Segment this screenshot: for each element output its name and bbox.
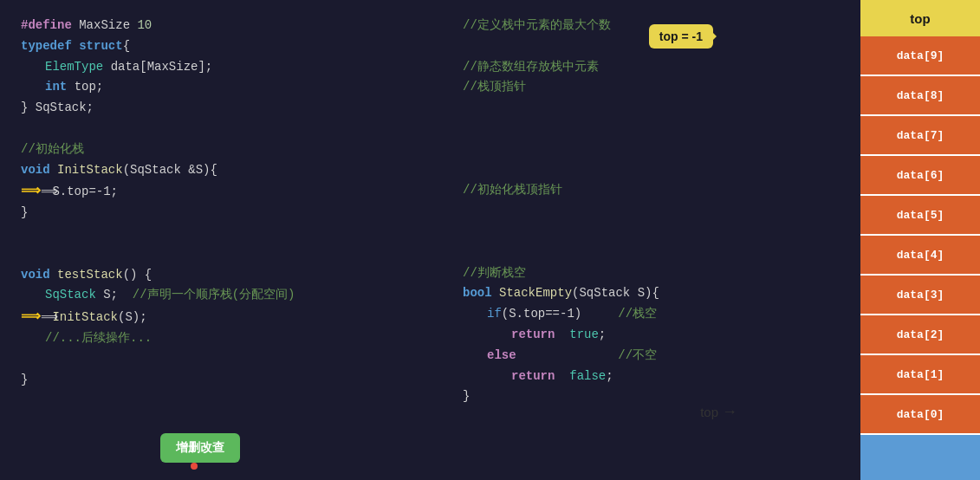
arrow-icon-1: ⟹ — [21, 180, 45, 196]
bottom-top-text: top — [700, 405, 718, 419]
code-col-left: #define MaxSize 10 typedef struct{ ElemT… — [21, 16, 445, 464]
tooltip-bubble: top = -1 — [649, 24, 713, 49]
bottom-top-arrow: → — [722, 403, 737, 421]
arrow-icon-2: ⟹ — [21, 306, 45, 321]
stack-cell-0: data[0] — [860, 395, 980, 435]
code-col-right: //定义栈中元素的最大个数 //静态数组存放栈中元素 //栈顶指针 //初始化栈… — [445, 16, 840, 464]
stack-cell-7: data[7] — [860, 116, 980, 156]
bottom-top-label: top → — [700, 403, 737, 421]
stack-cell-6: data[6] — [860, 156, 980, 196]
stack-bottom — [860, 435, 980, 480]
stack-cell-4: data[4] — [860, 236, 980, 276]
stack-cell-3: data[3] — [860, 276, 980, 315]
stack-cell-8: data[8] — [860, 76, 980, 116]
stack-cell-5: data[5] — [860, 196, 980, 236]
stack-cell-2: data[2] — [860, 315, 980, 355]
stack-panel: top data[9] data[8] data[7] data[6] data… — [860, 0, 980, 480]
red-dot — [191, 463, 198, 470]
green-action-button[interactable]: 增删改查 — [160, 433, 240, 463]
stack-cell-1: data[1] — [860, 355, 980, 395]
stack-cell-9: data[9] — [860, 36, 980, 76]
code-area: #define MaxSize 10 typedef struct{ ElemT… — [0, 0, 860, 480]
stack-top-cell: top — [860, 0, 980, 36]
